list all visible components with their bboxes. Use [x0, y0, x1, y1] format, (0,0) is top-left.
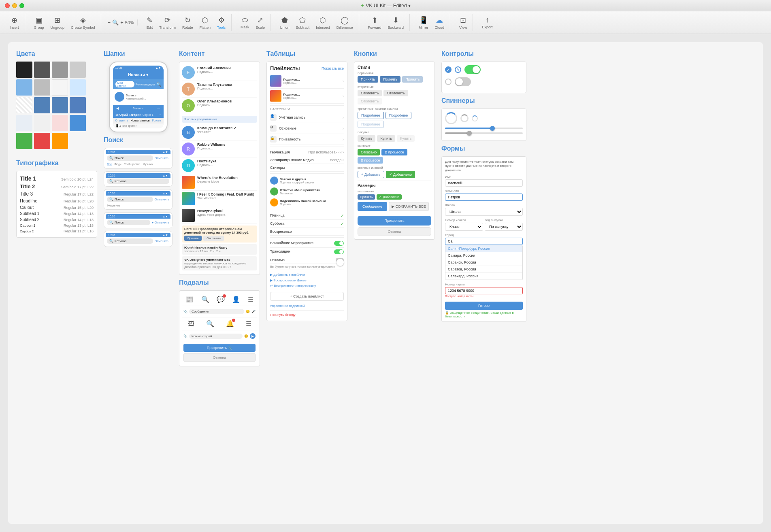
edit-icon-ctrl[interactable]: ✎	[455, 66, 461, 73]
buy-btn-1[interactable]: Купить	[358, 135, 375, 142]
maximize-button[interactable]	[19, 3, 24, 8]
edit-tool[interactable]: ✎ Edit	[144, 14, 155, 31]
send-icon[interactable]: ▶	[250, 333, 256, 339]
footer-msg-badge[interactable]: 💬	[217, 296, 225, 303]
view-tool[interactable]: ⊡ View	[457, 14, 469, 31]
export-tool[interactable]: ↑ Export	[479, 14, 495, 31]
footer-icon-img[interactable]: 🖼	[188, 320, 194, 328]
footer-badge-2[interactable]: 🔔	[226, 320, 234, 328]
small-btn-added[interactable]: ✓ Добавлено	[377, 194, 402, 200]
status-btn-2[interactable]: В процессе	[381, 149, 407, 155]
add-btn[interactable]: + Добавить	[358, 171, 384, 178]
union-tool[interactable]: ⬟ Union	[277, 14, 292, 31]
shuffle-link[interactable]: ⇄ Воспроизвести вперемешку	[270, 283, 344, 288]
zoom-plus[interactable]: +	[120, 19, 124, 26]
slider-2[interactable]	[445, 132, 523, 134]
save-all-btn[interactable]: ▶ СОХРАНИТЬ ВСЕ	[389, 202, 429, 211]
scale-tool[interactable]: ⤢ Scale	[253, 14, 268, 31]
search-input-4[interactable]: 🔍Котиков	[107, 238, 153, 244]
radio-unchecked[interactable]	[445, 79, 452, 85]
pin-btn[interactable]: Прикрепить 📎	[183, 344, 256, 352]
settings-account[interactable]: 👤 Учётная запись ›	[270, 112, 344, 123]
submit-btn[interactable]: Готово	[445, 302, 523, 310]
zoom-minus[interactable]: −	[108, 19, 111, 26]
difference-tool[interactable]: ◯ Difference	[334, 14, 356, 31]
play-next-link[interactable]: ▶ Воспроизвести Далее	[270, 278, 344, 283]
show-all-link[interactable]: Показать все	[322, 66, 344, 70]
pin-main-btn[interactable]: Прикрепить	[358, 216, 431, 226]
tools-tool[interactable]: ⚙ Tools	[215, 14, 228, 31]
events-toggle[interactable]	[334, 241, 344, 246]
rotate-tool[interactable]: ↻ Rotate	[180, 14, 196, 31]
mic-icon[interactable]: 🎤	[251, 310, 256, 313]
group-tool[interactable]: ▣ Group	[32, 14, 47, 31]
geo-row[interactable]: Геолокация При использовании ›	[270, 149, 344, 156]
emoji-icon-2[interactable]: 😊	[244, 334, 248, 338]
playlist-item-2[interactable]: Подпись... Подпись... ›	[270, 89, 344, 104]
surname-input[interactable]	[445, 194, 523, 201]
details-btn-2[interactable]: Подробнее	[386, 112, 412, 119]
autoplay-row[interactable]: Автопроигрывание медиа Всегда ›	[270, 156, 344, 164]
emoji-icon[interactable]: 😊	[246, 310, 250, 313]
create-playlist-btn[interactable]: + Создать плейлист	[270, 292, 344, 301]
details-btn-1[interactable]: Подробнее	[358, 112, 384, 119]
primary-btn-2[interactable]: Принять	[380, 76, 400, 83]
checkbox-checked-1[interactable]: ✓	[445, 66, 452, 73]
secondary-btn-1[interactable]: Отклонить	[358, 90, 382, 96]
secondary-btn-2[interactable]: Отклонить	[383, 90, 408, 96]
slider-thumb-2[interactable]	[467, 131, 472, 136]
footer-icon-menu-2[interactable]: ☰	[246, 320, 251, 328]
forward-tool[interactable]: ⬆ Forward	[366, 14, 384, 31]
insert-tool[interactable]: ⊕ Insert	[7, 14, 21, 31]
search-input-active[interactable]: 🔍 Котиков	[107, 179, 169, 184]
cancel-btn-full[interactable]: Отмена	[183, 353, 256, 362]
tab-mine[interactable]: Мои записи	[115, 81, 134, 87]
tab-recommend[interactable]: Рекомендации	[136, 83, 155, 86]
footer-icon-menu[interactable]: ☰	[248, 296, 253, 303]
zoom-control[interactable]: − 🔍 +	[108, 19, 124, 26]
footer-icon-search[interactable]: 🔍	[201, 296, 209, 303]
year-select[interactable]: По выпуску	[485, 223, 523, 231]
toggle-on-1[interactable]	[464, 65, 481, 74]
playlist-item-1[interactable]: Подпись... Подпись... ›	[270, 74, 344, 89]
minimize-button[interactable]	[12, 3, 17, 8]
accept-transfer-btn[interactable]: Принять	[184, 236, 202, 241]
transform-tool[interactable]: ⟳ Transform	[157, 14, 178, 31]
close-button[interactable]	[5, 3, 10, 8]
card-input[interactable]	[445, 287, 523, 294]
window-controls[interactable]	[5, 3, 24, 8]
city-option-5[interactable]: Салехард, Россия	[445, 273, 522, 280]
slider-thumb[interactable]	[490, 126, 495, 131]
slider-1[interactable]	[445, 128, 523, 129]
ungroup-tool[interactable]: ⊞ Ungroup	[48, 14, 67, 31]
leave-chat-link[interactable]: Покинуть беседу	[270, 312, 344, 317]
decline-transfer-btn[interactable]: Отклонить	[203, 236, 224, 241]
footer-icon-profile[interactable]: 👤	[232, 296, 240, 303]
mirror-tool[interactable]: 📱 Mirror	[416, 14, 431, 31]
cancel-search-1[interactable]: Отменить	[154, 156, 169, 160]
intersect-tool[interactable]: ⬡ Intersect	[313, 14, 332, 31]
added-btn[interactable]: ✓ Добавлено	[386, 171, 415, 178]
create-symbol-tool[interactable]: ◈ Create Symbol	[68, 14, 98, 31]
friday-row[interactable]: Пятница ✓	[270, 212, 344, 220]
attach-icon-2[interactable]: 📎	[183, 334, 187, 338]
footer-icon-news[interactable]: 📰	[185, 296, 194, 303]
school-select[interactable]: Школа	[445, 208, 523, 216]
search-input-2[interactable]: 🔍Поиск	[107, 197, 153, 202]
class-select[interactable]: Класс	[445, 223, 483, 231]
search-btn-1[interactable]: 🔍	[156, 82, 161, 87]
city-option-2[interactable]: Самара, Россия	[445, 252, 522, 259]
city-input[interactable]	[445, 238, 523, 245]
cloud-tool[interactable]: ☁ Cloud	[432, 14, 447, 31]
cancel-main-btn[interactable]: Отмена	[358, 227, 431, 236]
message-input[interactable]: Сообщения	[189, 309, 244, 314]
message-btn[interactable]: Сообщение	[358, 202, 387, 211]
ads-toggle[interactable]	[336, 258, 344, 262]
backward-tool[interactable]: ⬇ Backward	[386, 14, 407, 31]
flatten-tool[interactable]: ⬡ Flatten	[197, 14, 213, 31]
mask-tool[interactable]: ⬭ Mask	[238, 14, 252, 31]
status-btn-1[interactable]: Отказано	[358, 149, 380, 155]
city-option-3[interactable]: Саранск, Россия	[445, 259, 522, 266]
settings-general[interactable]: ⚙ Основные ›	[270, 123, 344, 134]
name-input[interactable]	[445, 179, 523, 187]
